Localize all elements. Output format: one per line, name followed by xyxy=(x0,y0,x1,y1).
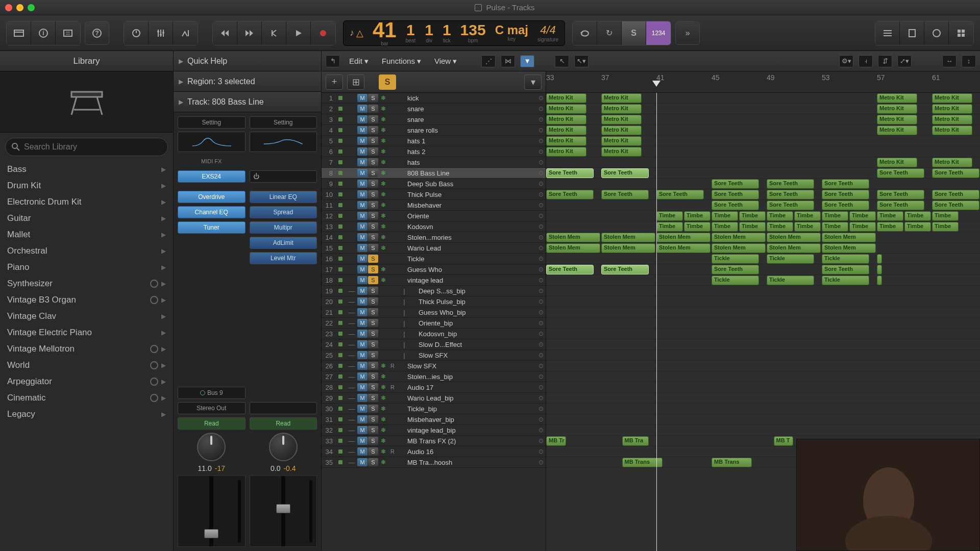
track-color-icon[interactable] xyxy=(338,203,342,207)
track-name[interactable]: Deep Sub Bass xyxy=(400,180,536,188)
inspector-toggle[interactable]: i xyxy=(31,21,56,45)
solo-button[interactable]: S xyxy=(368,94,378,102)
tick-value[interactable]: 1 xyxy=(443,22,451,38)
track-info-icon[interactable]: ⊙ xyxy=(536,127,546,134)
region[interactable]: Metro Kit xyxy=(546,147,586,157)
track-info-icon[interactable]: ⊙ xyxy=(536,159,546,166)
track-info-icon[interactable]: ⊙ xyxy=(536,362,546,369)
mute-button[interactable]: M xyxy=(357,405,368,413)
freeze-icon[interactable]: ❄ xyxy=(379,233,388,241)
library-category[interactable]: Vintage Mellotron▶ xyxy=(0,341,173,357)
track-color-icon[interactable] xyxy=(338,353,342,357)
track-row[interactable]: 33 — M S ❄ MB Trans FX (2) ⊙ xyxy=(322,436,546,446)
solo-button[interactable]: S xyxy=(368,212,378,220)
region-header[interactable]: ▶Region: 3 selected xyxy=(174,71,321,92)
track-info-icon[interactable]: ⊙ xyxy=(536,94,546,102)
view-menu[interactable]: View ▾ xyxy=(430,55,461,68)
track-color-icon[interactable] xyxy=(338,332,342,336)
track-name[interactable]: Guess Who_bip xyxy=(411,309,536,316)
library-search[interactable] xyxy=(5,138,168,156)
pan-knob[interactable] xyxy=(269,433,298,461)
track-color-icon[interactable] xyxy=(338,214,342,218)
vzoom-button[interactable]: ↕ xyxy=(962,55,976,67)
region[interactable]: Stolen Mem xyxy=(822,243,876,253)
pan-knob[interactable] xyxy=(197,433,226,461)
freeze-icon[interactable]: ❄ xyxy=(379,169,388,177)
freeze-icon[interactable] xyxy=(379,351,388,359)
freeze-icon[interactable]: ❄ xyxy=(379,137,388,145)
library-category[interactable]: Electronic Drum Kit▶ xyxy=(0,194,173,210)
automation-button[interactable]: ⋰ xyxy=(481,55,496,67)
region[interactable]: Sore Teeth xyxy=(822,201,869,210)
track-info-icon[interactable]: ⊙ xyxy=(536,319,546,327)
track-row[interactable]: 4 M S ❄ snare rolls ⊙ xyxy=(322,125,546,136)
insert-slot[interactable]: Overdrive xyxy=(178,191,246,203)
mute-button[interactable]: M xyxy=(357,394,368,402)
region[interactable] xyxy=(877,265,882,274)
freeze-icon[interactable]: ❄ xyxy=(379,105,388,113)
track-name[interactable]: snare xyxy=(400,116,536,123)
close-button[interactable] xyxy=(5,4,12,11)
track-row[interactable]: 27 — M S ❄ Stolen...ies_bip ⊙ xyxy=(322,371,546,382)
insert-slot[interactable]: Linear EQ xyxy=(250,191,317,203)
track-row[interactable]: 30 — M S ❄ Tickle_bip ⊙ xyxy=(322,404,546,414)
track-name[interactable]: Wario Lead xyxy=(400,244,536,252)
solo-button[interactable]: S xyxy=(368,340,378,348)
mute-button[interactable]: M xyxy=(357,222,368,231)
solo-button[interactable]: S xyxy=(368,105,378,113)
track-info-icon[interactable]: ⊙ xyxy=(536,330,546,337)
power-icon[interactable] xyxy=(150,378,158,386)
library-category[interactable]: Mallet▶ xyxy=(0,227,173,243)
region[interactable]: Metro Kit xyxy=(546,126,586,135)
library-category[interactable]: Vintage B3 Organ▶ xyxy=(0,292,173,308)
region[interactable]: Sore Teeth xyxy=(712,190,759,199)
solo-button[interactable]: S xyxy=(368,362,378,370)
freeze-icon[interactable]: ❄ xyxy=(379,190,388,198)
region[interactable]: Sore Teeth xyxy=(767,179,814,189)
solo-button[interactable]: S xyxy=(368,158,378,166)
region[interactable]: Sore Teeth xyxy=(546,190,594,199)
track-color-icon[interactable] xyxy=(338,439,342,443)
track-row[interactable]: 31 — M S ❄ Misbehaver_bip ⊙ xyxy=(322,414,546,425)
freeze-icon[interactable] xyxy=(379,287,388,295)
power-icon[interactable] xyxy=(150,345,158,353)
region[interactable]: Timbe xyxy=(932,211,959,221)
freeze-icon[interactable]: ❄ xyxy=(379,415,388,423)
solo-button[interactable]: S xyxy=(368,190,378,198)
mute-button[interactable]: M xyxy=(357,201,368,209)
track-info-icon[interactable]: ⊙ xyxy=(536,416,546,423)
region[interactable]: Sore Teeth xyxy=(822,179,869,189)
track-info-icon[interactable]: ⊙ xyxy=(536,298,546,305)
playhead-line[interactable] xyxy=(656,93,657,551)
insert-slot[interactable]: Level Mtr xyxy=(250,252,317,264)
bar-value[interactable]: 41 xyxy=(373,19,397,41)
region[interactable]: Metro Kit xyxy=(601,104,642,114)
instrument-slot[interactable]: EXS24 xyxy=(178,170,246,183)
mute-button[interactable]: M xyxy=(357,437,368,445)
track-color-icon[interactable] xyxy=(338,417,342,421)
library-category[interactable]: Piano▶ xyxy=(0,259,173,276)
bypass-slot[interactable]: ⏻ xyxy=(250,170,317,183)
search-input[interactable] xyxy=(24,142,161,152)
freeze-icon[interactable]: ❄ xyxy=(379,126,388,134)
track-name[interactable]: hats 2 xyxy=(400,148,536,156)
track-name[interactable]: Thick Pulse xyxy=(400,191,536,198)
solo-button[interactable]: S xyxy=(368,415,378,423)
forward-button[interactable] xyxy=(237,21,262,45)
freeze-icon[interactable]: ❄ xyxy=(379,115,388,123)
region[interactable]: Timbe xyxy=(684,222,710,232)
region[interactable]: Metro Kit xyxy=(877,104,917,114)
arrange-row[interactable] xyxy=(546,350,980,361)
region[interactable]: Stolen Mem xyxy=(767,243,821,253)
track-name[interactable]: Slow SFX xyxy=(400,362,536,370)
region[interactable]: Timbe xyxy=(932,222,959,232)
freeze-icon[interactable] xyxy=(379,340,388,348)
mute-button[interactable]: M xyxy=(357,362,368,370)
freeze-icon[interactable]: ❄ xyxy=(379,201,388,209)
track-color-icon[interactable] xyxy=(338,107,342,111)
track-row[interactable]: 26 — M S ❄ R Slow SFX ⊙ xyxy=(322,361,546,371)
region[interactable]: Timbe xyxy=(767,222,793,232)
track-row[interactable]: 16 M S Tickle ⊙ xyxy=(322,254,546,264)
freeze-icon[interactable]: ❄ xyxy=(379,426,388,434)
track-color-icon[interactable] xyxy=(338,171,342,175)
